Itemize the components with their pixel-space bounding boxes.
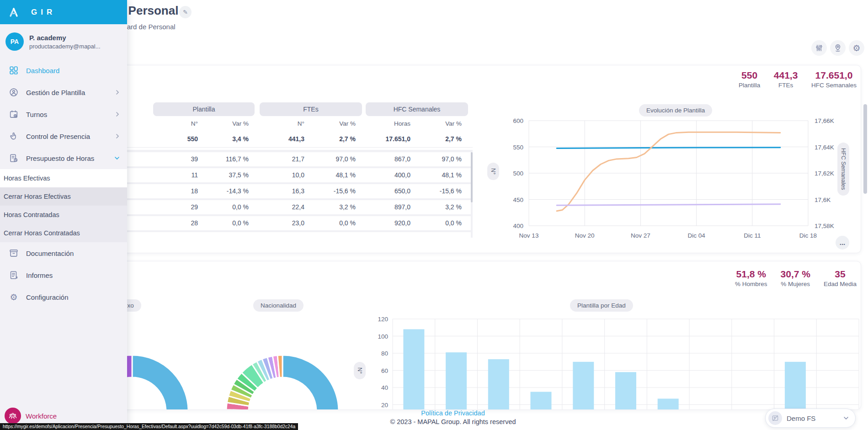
edit-title-button[interactable]: ✎ <box>179 6 192 18</box>
user-email: productacademy@mapal... <box>29 43 101 50</box>
calendar-clock-icon <box>8 109 19 120</box>
line-series-hfc-semanales <box>557 132 780 211</box>
line-series-ftes <box>557 204 780 205</box>
table-cell: 0,0 % <box>311 216 361 230</box>
page-scrollbar[interactable] <box>863 104 867 194</box>
chart-title-edad: Plantilla por Edad <box>570 299 633 312</box>
chart-title-nacionalidad: Nacionalidad <box>253 299 304 312</box>
sidebar-item-documentacion[interactable]: Documentación <box>0 242 127 264</box>
table-total-cell: 550 <box>153 132 203 146</box>
archive-box-icon <box>8 248 19 259</box>
table-group-header: Plantilla <box>153 102 255 116</box>
sidebar-subitem-cerrar-horas-contratadas[interactable]: Cerrar Horas Contratadas <box>0 224 127 242</box>
svg-text:100: 100 <box>378 333 388 340</box>
sidebar-item-dashboard[interactable]: Dashboard <box>0 59 127 81</box>
sidebar-subitem-cerrar-horas-efectivas[interactable]: Cerrar Horas Efectivas <box>0 187 127 206</box>
table-cell: -14,3 % <box>204 184 254 198</box>
svg-text:17,66K: 17,66K <box>815 117 834 124</box>
avatar: PA <box>5 32 24 51</box>
bar <box>615 372 636 410</box>
sliders-icon <box>815 43 824 53</box>
tenant-selector[interactable]: Demo FS <box>765 409 856 428</box>
svg-text:Nov 13: Nov 13 <box>519 232 539 239</box>
kpi-label: Plantilla <box>739 82 760 89</box>
sidebar-item-informes[interactable]: Informes <box>0 264 127 286</box>
sidebar-header: GIR <box>0 0 127 24</box>
kpi-plantilla: 550 Plantilla <box>739 70 760 89</box>
kpi-mujeres: 30,7 % % Mujeres <box>781 269 810 287</box>
gear-icon: ⚙ <box>8 292 19 303</box>
no-image-icon <box>771 414 779 422</box>
bar <box>658 398 679 410</box>
table-cell: 650,0 <box>366 184 416 198</box>
table-cell: 18 <box>153 184 203 198</box>
sidebar-item-gestion-de-plantilla[interactable]: Gestión de Plantilla <box>0 81 127 103</box>
table-cell: 897,0 <box>366 200 416 214</box>
kpi-hfc: 17.651,0 HFC Semanales <box>811 70 857 89</box>
svg-text:120: 120 <box>378 316 388 323</box>
sidebar-item-presupuesto-de-horas[interactable]: Presupuesto de Horas <box>0 147 127 169</box>
map-pin-icon <box>833 43 842 53</box>
table-cell: 21,7 <box>260 152 310 166</box>
table-scrollbar[interactable] <box>471 152 473 202</box>
table-cell: 16,3 <box>260 184 310 198</box>
kpi-ftes: 441,3 FTEs <box>774 70 798 89</box>
report-document-icon <box>8 270 19 281</box>
svg-text:600: 600 <box>513 117 523 124</box>
settings-button[interactable]: ⚙ <box>849 40 864 56</box>
table-cell: 39 <box>153 152 203 166</box>
table-column-header: Horas <box>366 119 416 129</box>
kpi-value: 550 <box>739 70 760 81</box>
sidebar-item-label: Configuración <box>26 293 69 301</box>
brand-text: GIR <box>31 8 56 17</box>
table-cell: 22,4 <box>260 200 310 214</box>
sidebar-item-label: Informes <box>26 271 53 279</box>
kpi-label: FTEs <box>774 82 798 89</box>
svg-text:Nov 27: Nov 27 <box>631 232 650 239</box>
sidebar-item-turnos[interactable]: Turnos <box>0 103 127 125</box>
sidebar-subitem-label: Horas Contratadas <box>4 211 59 218</box>
svg-text:17,64K: 17,64K <box>815 144 834 151</box>
line-series-plantilla <box>557 148 780 149</box>
kpi-value: 35 <box>824 269 857 280</box>
sidebar-item-label: Dashboard <box>26 67 59 74</box>
privacy-policy-link[interactable]: Política de Privacidad <box>421 409 485 417</box>
sidebar-item-label: Presupuesto de Horas <box>26 154 94 162</box>
table-column-header: Var % <box>311 119 361 129</box>
table-column-header: Var % <box>204 119 254 129</box>
svg-text:60: 60 <box>381 367 388 374</box>
edad-bar-chart: 12010080604020 <box>352 313 861 410</box>
bar <box>531 392 552 410</box>
svg-text:17,62K: 17,62K <box>815 170 834 177</box>
workforce-link[interactable]: Workforce <box>5 408 57 424</box>
table-cell: 11 <box>153 168 203 182</box>
svg-text:Dic 04: Dic 04 <box>687 232 705 239</box>
sidebar-subitem-label: Cerrar Horas Efectivas <box>4 193 71 200</box>
table-total-cell: 17.651,0 <box>366 132 416 146</box>
sidebar-subitem-horas-efectivas[interactable]: Horas Efectivas <box>0 169 127 187</box>
user-profile[interactable]: PA P. academy productacademy@mapal... <box>0 24 127 55</box>
chart-more-button[interactable]: ... <box>836 236 849 250</box>
hand-pointer-icon <box>8 131 19 142</box>
table-cell: 400,0 <box>366 168 416 182</box>
sidebar: GIR PA P. academy productacademy@mapal..… <box>0 0 127 430</box>
sidebar-subitem-horas-contratadas[interactable]: Horas Contratadas <box>0 206 127 224</box>
sidebar-item-control-de-presencia[interactable]: Control de Presencia <box>0 125 127 147</box>
table-cell: 116,7 % <box>204 152 254 166</box>
location-button[interactable] <box>830 40 846 56</box>
filters-button[interactable] <box>811 40 827 56</box>
chevron-right-icon <box>115 111 120 117</box>
table-cell: 867,0 <box>366 152 416 166</box>
bar <box>446 352 467 410</box>
donut-slice <box>226 410 249 410</box>
sidebar-item-label: Control de Presencia <box>26 133 90 140</box>
table-cell: -15,6 % <box>311 184 361 198</box>
person-circle-icon <box>8 87 19 98</box>
gear-icon: ⚙ <box>852 44 860 53</box>
svg-text:Dic 11: Dic 11 <box>744 232 761 239</box>
kpi-value: 51,8 % <box>735 269 767 280</box>
table-total-cell: 441,3 <box>260 132 310 146</box>
svg-text:17,58K: 17,58K <box>815 223 834 229</box>
svg-text:500: 500 <box>513 170 523 177</box>
sidebar-item-configuracion[interactable]: ⚙ Configuración <box>0 286 127 308</box>
